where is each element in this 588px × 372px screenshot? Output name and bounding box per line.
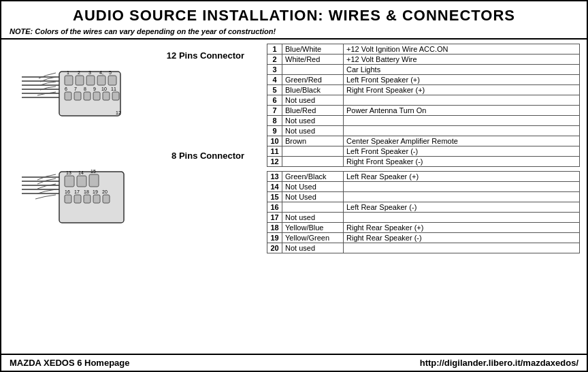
svg-text:8: 8 [84, 87, 86, 91]
svg-rect-9 [86, 76, 95, 85]
connector-12pin-svg: 1 2 3 4, 5 6 7 8 9 10 11 [18, 65, 250, 140]
connector-8pin-section: 8 Pins Connector [8, 151, 260, 247]
svg-text:9: 9 [93, 87, 96, 91]
wire-color: White/Red [282, 55, 344, 65]
wire-color: Yellow/Green [282, 233, 344, 243]
wire-color: Not Used [282, 182, 344, 192]
svg-rect-16 [103, 92, 110, 100]
svg-text:5: 5 [109, 70, 112, 75]
pin-number: 14 [267, 182, 282, 192]
table-row: 4 Green/Red Left Front Speaker (+) [267, 75, 580, 85]
table-row: 13 Green/Black Left Rear Speaker (+) [267, 172, 580, 182]
connector-12pin-section: 12 Pins Connector [8, 50, 260, 140]
pin-number: 11 [267, 146, 282, 157]
svg-rect-41 [84, 195, 91, 203]
header: AUDIO SOURCE INSTALLATION: WIRES & CONNE… [1, 1, 587, 40]
table-row: 5 Blue/Black Right Front Speaker (+) [267, 85, 580, 95]
footer-left: MAZDA XEDOS 6 Homepage [10, 358, 130, 368]
pin-number: 19 [267, 233, 282, 243]
wiring-table-1: 1 Blue/White +12 Volt Ignition Wire ACC.… [267, 44, 580, 167]
wiring-table-2: 13 Green/Black Left Rear Speaker (+)14 N… [267, 171, 580, 253]
pin-number: 13 [267, 172, 282, 182]
wire-color [282, 65, 344, 75]
wire-color [282, 157, 344, 167]
svg-rect-15 [93, 92, 100, 100]
wire-color: Not used [282, 213, 344, 223]
table-row: 15 Not Used [267, 192, 580, 202]
svg-rect-43 [103, 195, 110, 203]
table-row: 1 Blue/White +12 Volt Ignition Wire ACC.… [267, 44, 580, 55]
pin-number: 16 [267, 202, 282, 213]
wire-description [344, 192, 580, 202]
pin-number: 4 [267, 75, 282, 85]
footer: MAZDA XEDOS 6 Homepage http://digilander… [1, 354, 587, 371]
svg-text:2: 2 [78, 70, 80, 75]
pin-number: 15 [267, 192, 282, 202]
wire-description [344, 182, 580, 192]
svg-rect-13 [74, 92, 81, 100]
wire-description [344, 95, 580, 106]
wire-description: Right Front Speaker (-) [344, 157, 580, 167]
table-row: 11 Left Front Speaker (-) [267, 146, 580, 157]
note-text: NOTE: Colors of the wires can vary depen… [10, 25, 578, 35]
svg-text:19: 19 [93, 189, 98, 194]
table-row: 6 Not used [267, 95, 580, 106]
wire-description: +12 Volt Ignition Wire ACC.ON [344, 44, 580, 55]
table-row: 2 White/Red +12 Volt Battery Wire [267, 55, 580, 65]
svg-rect-10 [97, 76, 105, 85]
svg-text:1: 1 [67, 70, 69, 75]
table-row: 17 Not used [267, 213, 580, 223]
svg-rect-17 [112, 92, 119, 100]
wire-color [282, 202, 344, 213]
svg-rect-12 [65, 92, 71, 100]
wire-color: Brown [282, 136, 344, 146]
svg-rect-8 [76, 76, 84, 85]
pin-number: 12 [267, 157, 282, 167]
page: AUDIO SOURCE INSTALLATION: WIRES & CONNE… [0, 0, 588, 372]
svg-text:14: 14 [78, 170, 84, 175]
wire-color: Not used [282, 116, 344, 126]
wire-description [344, 126, 580, 136]
table-row: 10 Brown Center Speaker Amplifier Remote [267, 136, 580, 146]
svg-text:3: 3 [88, 70, 91, 75]
left-panel: 12 Pins Connector [8, 44, 260, 350]
wire-description: Left Rear Speaker (+) [344, 172, 580, 182]
connector-8pin-image: 13 14 15 16 17 18 19 20 [18, 165, 250, 247]
svg-text:16: 16 [65, 189, 70, 194]
svg-text:17: 17 [74, 189, 80, 194]
pin-number: 3 [267, 65, 282, 75]
wire-color: Not used [282, 243, 344, 253]
wire-description: Right Rear Speaker (+) [344, 223, 580, 233]
wire-color: Green/Red [282, 75, 344, 85]
wire-color: Not used [282, 126, 344, 136]
page-title: AUDIO SOURCE INSTALLATION: WIRES & CONNE… [10, 7, 578, 25]
pin-number: 6 [267, 95, 282, 106]
table-row: 3 Car Lights [267, 65, 580, 75]
table-row: 7 Blue/Red Power Antenna Turn On [267, 106, 580, 116]
wire-color: Not used [282, 95, 344, 106]
pin-number: 20 [267, 243, 282, 253]
svg-rect-7 [65, 76, 73, 85]
svg-text:15: 15 [91, 169, 96, 174]
svg-rect-11 [108, 76, 116, 85]
pin-number: 7 [267, 106, 282, 116]
svg-rect-42 [93, 195, 100, 203]
right-panel: 1 Blue/White +12 Volt Ignition Wire ACC.… [267, 44, 580, 350]
wire-description [344, 213, 580, 223]
connector-8pin-label: 8 Pins Connector [172, 151, 244, 161]
connector-12pin-label: 12 Pins Connector [167, 50, 244, 61]
wire-color: Yellow/Blue [282, 223, 344, 233]
svg-text:7: 7 [74, 87, 77, 91]
wire-color: Green/Black [282, 172, 344, 182]
svg-text:13: 13 [66, 170, 71, 175]
wire-color: Not Used [282, 192, 344, 202]
table-row: 19 Yellow/Green Right Rear Speaker (-) [267, 233, 580, 243]
svg-rect-38 [89, 174, 99, 187]
pin-number: 2 [267, 55, 282, 65]
pin-number: 5 [267, 85, 282, 95]
table-row: 9 Not used [267, 126, 580, 136]
svg-rect-37 [77, 176, 86, 187]
svg-text:12: 12 [116, 110, 121, 115]
wire-description: Right Front Speaker (+) [344, 85, 580, 95]
svg-rect-39 [65, 195, 71, 203]
